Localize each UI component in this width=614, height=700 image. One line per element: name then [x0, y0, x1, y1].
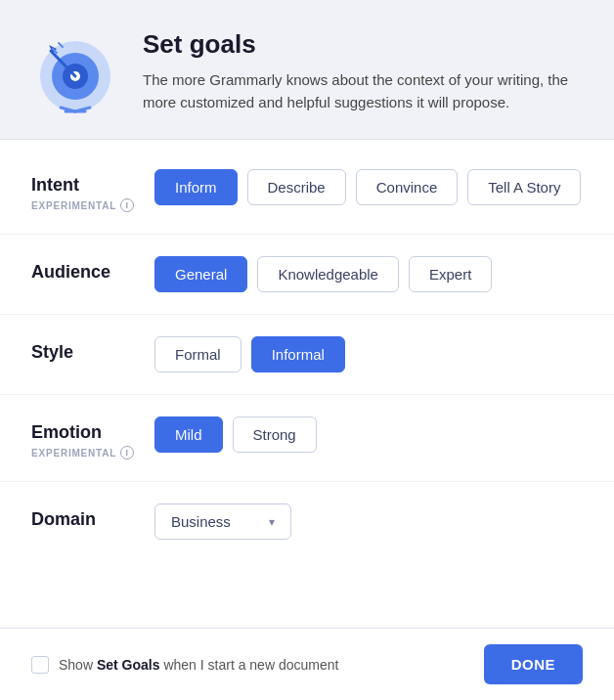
style-label: Style	[31, 342, 139, 363]
emotion-sub-label: EXPERIMENTAL i	[31, 446, 139, 459]
emotion-options: Mild Strong	[154, 416, 583, 453]
intent-option-describe[interactable]: Describe	[247, 169, 346, 205]
intent-row: Intent EXPERIMENTAL i Inform Describe Co…	[0, 148, 614, 235]
done-button[interactable]: DONE	[484, 644, 583, 684]
emotion-label-col: Emotion EXPERIMENTAL i	[31, 416, 139, 459]
intent-option-inform[interactable]: Inform	[154, 169, 238, 205]
domain-selected-value: Business	[171, 513, 231, 530]
show-goals-checkbox[interactable]	[31, 656, 49, 674]
footer-section: Show Set Goals when I start a new docume…	[0, 628, 614, 700]
style-option-formal[interactable]: Formal	[154, 336, 241, 372]
footer-label-post: when I start a new document	[160, 657, 339, 673]
intent-info-icon[interactable]: i	[120, 198, 134, 212]
chevron-down-icon: ▾	[269, 515, 275, 529]
domain-label-col: Domain	[31, 503, 139, 530]
header-section: Set goals The more Grammarly knows about…	[0, 0, 614, 140]
target-icon	[31, 27, 119, 115]
emotion-info-icon[interactable]: i	[120, 446, 134, 459]
domain-label: Domain	[31, 509, 139, 530]
page-title: Set goals	[143, 29, 583, 60]
content-section: Intent EXPERIMENTAL i Inform Describe Co…	[0, 140, 614, 628]
footer-label-pre: Show	[59, 657, 97, 673]
style-row: Style Formal Informal	[0, 315, 614, 395]
footer-label: Show Set Goals when I start a new docume…	[59, 657, 338, 673]
page-description: The more Grammarly knows about the conte…	[143, 69, 583, 113]
footer-left: Show Set Goals when I start a new docume…	[31, 656, 338, 674]
footer-label-bold: Set Goals	[97, 657, 160, 673]
audience-options: General Knowledgeable Expert	[154, 256, 583, 292]
emotion-option-strong[interactable]: Strong	[233, 416, 317, 453]
style-label-col: Style	[31, 336, 139, 363]
audience-label: Audience	[31, 262, 139, 283]
domain-row: Domain Business ▾	[0, 482, 614, 561]
emotion-label: Emotion	[31, 422, 139, 443]
intent-label-col: Intent EXPERIMENTAL i	[31, 169, 139, 212]
header-text: Set goals The more Grammarly knows about…	[143, 29, 583, 113]
intent-label: Intent	[31, 175, 139, 196]
intent-option-tell-a-story[interactable]: Tell A Story	[467, 169, 581, 205]
domain-dropdown[interactable]: Business ▾	[154, 503, 291, 540]
emotion-row: Emotion EXPERIMENTAL i Mild Strong	[0, 395, 614, 482]
intent-option-convince[interactable]: Convince	[356, 169, 459, 205]
audience-row: Audience General Knowledgeable Expert	[0, 235, 614, 315]
emotion-option-mild[interactable]: Mild	[154, 416, 223, 453]
audience-option-general[interactable]: General	[154, 256, 247, 292]
style-option-informal[interactable]: Informal	[251, 336, 345, 372]
audience-option-expert[interactable]: Expert	[409, 256, 492, 292]
intent-options: Inform Describe Convince Tell A Story	[154, 169, 583, 205]
audience-label-col: Audience	[31, 256, 139, 283]
audience-option-knowledgeable[interactable]: Knowledgeable	[257, 256, 399, 292]
intent-sub-label: EXPERIMENTAL i	[31, 198, 139, 212]
domain-options: Business ▾	[154, 503, 583, 540]
style-options: Formal Informal	[154, 336, 583, 372]
